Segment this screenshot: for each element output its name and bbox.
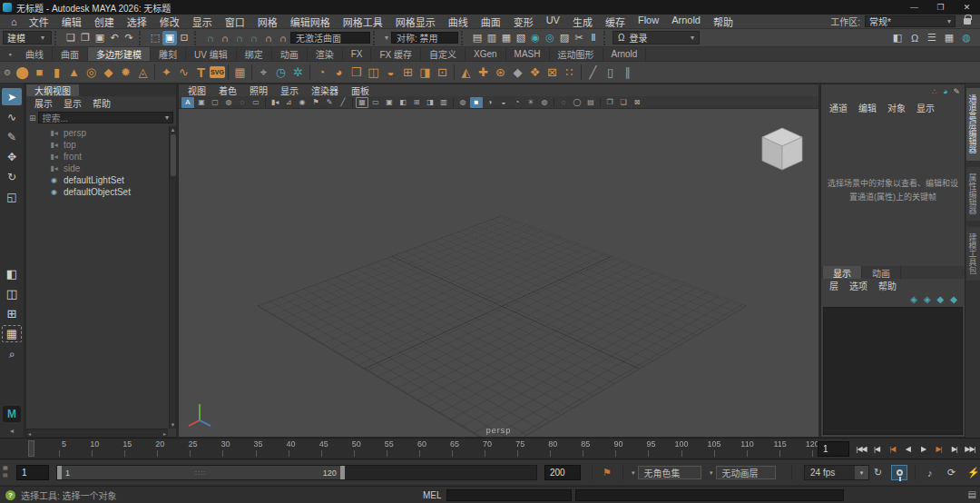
- timeline-tick[interactable]: 55: [355, 439, 387, 459]
- shelf-tab[interactable]: 曲面: [53, 47, 88, 61]
- menu-item[interactable]: 窗口: [219, 15, 251, 29]
- loop-playback-icon[interactable]: ↻: [874, 465, 882, 480]
- view-cube[interactable]: [759, 125, 806, 174]
- playback-button[interactable]: |◀: [869, 445, 884, 453]
- sidebar-tab[interactable]: 通道盒/层编辑器: [966, 88, 980, 161]
- playback-button[interactable]: ▶: [916, 445, 931, 453]
- layer-editor-tab[interactable]: 动画: [862, 266, 901, 279]
- menu-item[interactable]: Arnold: [665, 15, 707, 29]
- sidebar-tab[interactable]: 建模工具包: [966, 227, 980, 281]
- menu-item[interactable]: Flow: [632, 15, 665, 29]
- timeline-tick[interactable]: 85: [551, 439, 583, 459]
- viewport-toolbar-icon[interactable]: ▭: [369, 97, 382, 108]
- snap-magnet-icon[interactable]: ∩: [276, 31, 290, 45]
- timeline-tick[interactable]: 90: [583, 439, 616, 459]
- viewport-toolbar-icon[interactable]: ▮◂: [269, 97, 281, 108]
- file-action-icon[interactable]: ↷: [122, 31, 136, 45]
- layer-action-icon[interactable]: ◆: [937, 294, 945, 304]
- active-surface-field[interactable]: 无激活曲面: [290, 32, 370, 44]
- lock-icon[interactable]: [964, 18, 971, 25]
- symmetry-dropdown[interactable]: 对称: 禁用: [391, 32, 458, 44]
- command-input[interactable]: [446, 489, 572, 501]
- viewport-toolbar-icon[interactable]: ◯: [571, 97, 583, 108]
- maximize-button[interactable]: ❐: [927, 0, 954, 15]
- shelf-tool-icon[interactable]: ◆: [100, 63, 117, 82]
- timeline-tick[interactable]: 75: [485, 439, 518, 459]
- layer-editor-menu-item[interactable]: 选项: [844, 279, 873, 292]
- shelf-tool-icon[interactable]: [249, 63, 255, 82]
- shelf-tool-icon[interactable]: [578, 63, 584, 82]
- tool-icon[interactable]: ✥: [2, 148, 22, 165]
- viewport-toolbar-icon[interactable]: ◔: [511, 97, 524, 108]
- time-slider[interactable]: 5 10 15 20 25 30: [0, 438, 980, 459]
- shelf-tool-icon[interactable]: ✹: [117, 63, 134, 82]
- shelf-tab[interactable]: 渲染: [308, 47, 343, 61]
- scroll-up-icon[interactable]: ▲: [171, 126, 176, 133]
- shelf-tool-icon[interactable]: ✦: [158, 63, 175, 82]
- shelf-tab[interactable]: XGen: [466, 47, 506, 61]
- menu-item[interactable]: 帮助: [707, 15, 740, 29]
- timeline-tick[interactable]: 60: [387, 439, 420, 459]
- viewport-toolbar-icon[interactable]: ◧: [397, 97, 409, 108]
- timeline-tick[interactable]: 65: [420, 439, 453, 459]
- channel-box-menu-item[interactable]: 编辑: [853, 101, 882, 114]
- shelf-tool-icon[interactable]: ◆: [509, 63, 526, 82]
- shelf-tool-icon[interactable]: ∥: [619, 63, 636, 82]
- interactive-playback-icon[interactable]: ⚡: [967, 465, 980, 480]
- shelf-tab[interactable]: 绑定: [237, 47, 272, 61]
- render-icon[interactable]: ◎: [543, 31, 557, 45]
- shelf-tool-icon[interactable]: ▦: [231, 63, 249, 82]
- timeline-tick[interactable]: 105: [682, 439, 715, 459]
- outliner-item[interactable]: ▮◂ side: [26, 163, 176, 174]
- viewport-toolbar-icon[interactable]: ◌: [236, 97, 249, 108]
- menu-item[interactable]: UV: [540, 15, 566, 29]
- viewport-toolbar-icon[interactable]: [554, 98, 554, 107]
- shelf-tool-icon[interactable]: ⌖: [255, 63, 272, 82]
- shelf-tool-icon[interactable]: ⊞: [399, 63, 416, 82]
- shelf-tool-icon[interactable]: ■: [31, 63, 48, 82]
- anim-layer-dropdown[interactable]: ▾ 无动画层: [710, 466, 776, 479]
- shelf-collapse-icon[interactable]: ▪: [3, 47, 17, 61]
- viewport-toolbar-icon[interactable]: ✎: [323, 97, 336, 108]
- file-action-icon[interactable]: ❐: [78, 31, 93, 45]
- playback-button[interactable]: |◀◀: [854, 445, 868, 453]
- menu-item[interactable]: 编辑: [55, 15, 88, 29]
- shelf-tool-icon[interactable]: T: [192, 63, 210, 82]
- snap-magnet-icon[interactable]: ∩: [203, 31, 218, 45]
- timeline-tick[interactable]: 70: [453, 439, 485, 459]
- chevron-down-icon[interactable]: ▾: [382, 34, 391, 42]
- outliner-menu-item[interactable]: 展示: [29, 96, 58, 110]
- scroll-right-icon[interactable]: ▸: [163, 430, 166, 437]
- render-icon[interactable]: ✂: [572, 31, 586, 45]
- channel-box-menu-item[interactable]: 通道: [824, 101, 853, 114]
- tool-icon[interactable]: ➤: [2, 88, 22, 105]
- menu-item[interactable]: 文件: [23, 15, 55, 29]
- sidebar-toggle-icon[interactable]: ▦: [942, 31, 956, 45]
- menu-item[interactable]: 网格显示: [389, 15, 442, 29]
- shelf-tool-icon[interactable]: ❖: [526, 63, 544, 82]
- shelf-tool-icon[interactable]: [451, 63, 457, 82]
- viewport-toolbar-icon[interactable]: ▥: [437, 97, 450, 108]
- shelf-tool-icon[interactable]: ╱: [584, 63, 602, 82]
- viewport-toolbar-icon[interactable]: ⊠: [631, 97, 643, 108]
- playback-button[interactable]: ▶|: [932, 445, 946, 453]
- viewport-toolbar-icon[interactable]: ▣: [383, 97, 396, 108]
- shelf-tool-icon[interactable]: ∷: [561, 63, 578, 82]
- layer-list[interactable]: [823, 307, 963, 435]
- layout-preset-button[interactable]: ◫: [2, 285, 22, 302]
- shelf-tool-icon[interactable]: ◒: [382, 63, 399, 82]
- fps-dropdown[interactable]: 24 fps ▾: [804, 465, 869, 480]
- viewport-toolbar-icon[interactable]: ✳: [524, 97, 537, 108]
- shelf-tab[interactable]: 曲线: [17, 47, 53, 61]
- timeline-tick[interactable]: 45: [289, 439, 322, 459]
- render-icon[interactable]: ▦: [499, 31, 514, 45]
- shelf-tab[interactable]: UV 编辑: [186, 47, 237, 61]
- selection-mask-icon[interactable]: ▣: [162, 31, 177, 45]
- timeline-tick[interactable]: 100: [649, 439, 681, 459]
- viewport-menu-item[interactable]: 照明: [243, 84, 274, 97]
- script-editor-icon[interactable]: ▤: [968, 489, 976, 499]
- channel-box-icon[interactable]: ◕: [943, 87, 947, 96]
- tool-icon[interactable]: ◱: [2, 188, 22, 205]
- toolbar-grip[interactable]: [54, 31, 61, 45]
- current-frame-field[interactable]: 1: [818, 441, 849, 457]
